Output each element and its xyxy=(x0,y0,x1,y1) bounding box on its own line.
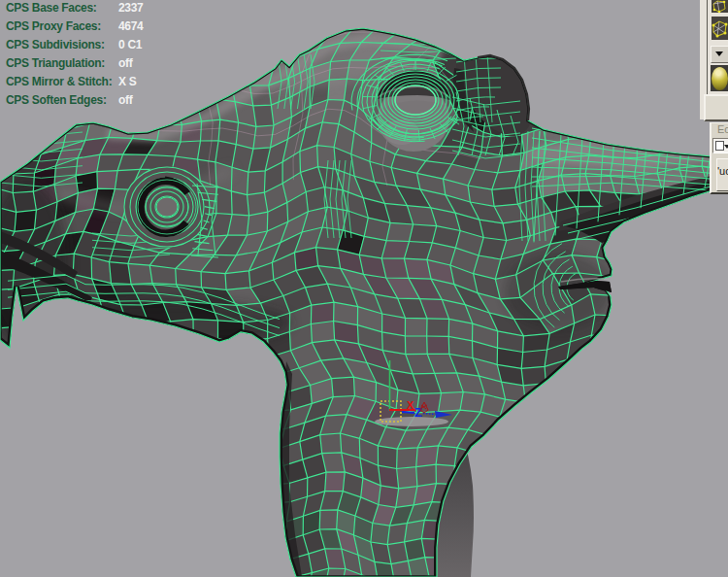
svg-text:Z: Z xyxy=(414,405,422,420)
svg-text:X: X xyxy=(407,399,414,411)
